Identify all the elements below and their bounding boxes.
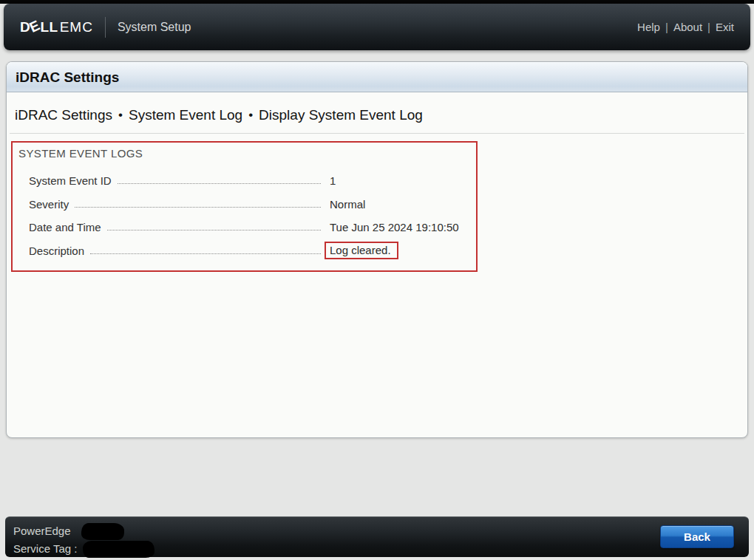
exit-link[interactable]: Exit — [716, 21, 734, 33]
app-title: System Setup — [118, 21, 191, 34]
breadcrumb-divider — [10, 133, 744, 134]
field-value: Tue Jun 25 2024 19:10:50 — [330, 221, 475, 233]
field-row-system-event-id: System Event ID 1 — [13, 169, 476, 193]
breadcrumb: iDRAC Settings • System Event Log • Disp… — [15, 107, 747, 123]
breadcrumb-segment: System Event Log — [129, 107, 242, 123]
emc-wordmark: EMC — [60, 19, 93, 35]
field-label: Description — [29, 245, 84, 257]
field-rows: System Event ID 1 Severity Normal Date a… — [13, 169, 476, 262]
help-link[interactable]: Help — [637, 21, 660, 33]
field-row-description: Description Log cleared. — [13, 239, 476, 263]
annotation-red-box: SYSTEM EVENT LOGS System Event ID 1 Seve… — [11, 141, 478, 272]
model-label: PowerEdge — [13, 525, 71, 537]
field-row-date-and-time: Date and Time Tue Jun 25 2024 19:10:50 — [13, 216, 476, 239]
panel-header: iDRAC Settings — [7, 62, 747, 92]
service-tag-label: Service Tag : — [13, 542, 77, 555]
main-panel: iDRAC Settings iDRAC Settings • System E… — [6, 61, 748, 438]
link-separator: | — [702, 21, 716, 33]
field-value: Normal — [330, 198, 475, 211]
dotted-leader — [107, 224, 321, 231]
field-value: 1 — [330, 174, 475, 187]
dotted-leader — [75, 201, 321, 208]
annotation-red-box-small: Log cleared. — [325, 242, 398, 259]
field-row-severity: Severity Normal — [13, 193, 476, 216]
field-value: Log cleared. — [330, 242, 475, 259]
dell-emc-logo: DELL EMC — [20, 19, 93, 35]
field-label: Severity — [29, 198, 69, 211]
service-tag-redaction — [83, 541, 154, 558]
back-button[interactable]: Back — [660, 525, 734, 548]
page-title: iDRAC Settings — [16, 69, 119, 86]
dotted-leader — [90, 247, 321, 254]
topbar-links: Help | About | Exit — [637, 21, 734, 33]
section-title: SYSTEM EVENT LOGS — [18, 147, 476, 160]
model-line: PowerEdge — [13, 522, 749, 539]
field-label: Date and Time — [29, 221, 101, 233]
link-separator: | — [660, 21, 673, 33]
breadcrumb-separator: • — [112, 108, 129, 123]
breadcrumb-segment: iDRAC Settings — [15, 107, 112, 123]
breadcrumb-segment: Display System Event Log — [259, 107, 423, 123]
dell-wordmark: DELL — [20, 19, 58, 35]
about-link[interactable]: About — [673, 21, 702, 33]
topbar-divider — [105, 17, 106, 38]
service-tag-line: Service Tag : — [13, 539, 749, 557]
footer-bar: PowerEdge Service Tag : Back — [5, 516, 749, 557]
model-redaction — [81, 523, 124, 540]
dotted-leader — [118, 177, 321, 184]
field-label: System Event ID — [29, 174, 112, 187]
breadcrumb-separator: • — [242, 108, 259, 123]
top-system-bar: DELL EMC System Setup Help | About | Exi… — [4, 4, 750, 50]
